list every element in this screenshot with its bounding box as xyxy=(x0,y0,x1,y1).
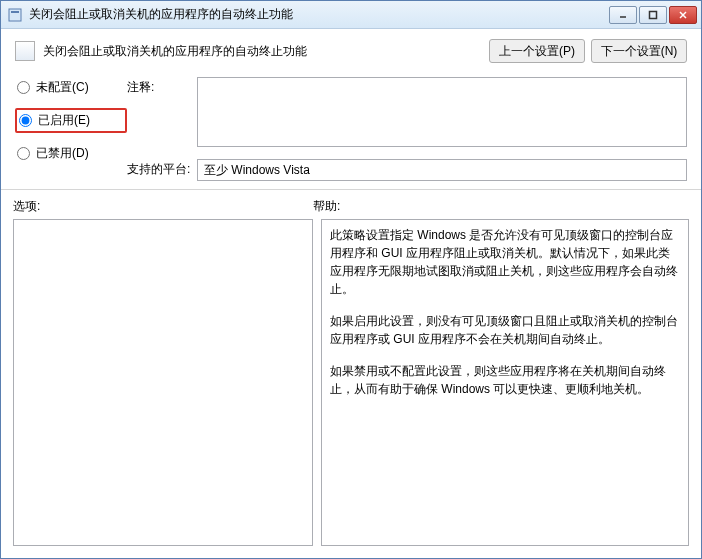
radio-enabled-input[interactable] xyxy=(19,114,32,127)
titlebar: 关闭会阻止或取消关机的应用程序的自动终止功能 xyxy=(1,1,701,29)
lower-section: 选项: 帮助: 此策略设置指定 Windows 是否允许没有可见顶级窗口的控制台… xyxy=(1,190,701,558)
panes: 此策略设置指定 Windows 是否允许没有可见顶级窗口的控制台应用程序和 GU… xyxy=(13,219,689,546)
radio-not-configured-label: 未配置(C) xyxy=(36,79,89,96)
radio-enabled[interactable]: 已启用(E) xyxy=(15,108,127,133)
radio-disabled[interactable]: 已禁用(D) xyxy=(15,143,127,164)
nav-buttons: 上一个设置(P) 下一个设置(N) xyxy=(489,39,687,63)
radio-not-configured[interactable]: 未配置(C) xyxy=(15,77,127,98)
help-paragraph: 此策略设置指定 Windows 是否允许没有可见顶级窗口的控制台应用程序和 GU… xyxy=(330,226,680,298)
svg-rect-0 xyxy=(9,9,21,21)
radio-not-configured-input[interactable] xyxy=(17,81,30,94)
maximize-button[interactable] xyxy=(639,6,667,24)
policy-title: 关闭会阻止或取消关机的应用程序的自动终止功能 xyxy=(43,43,307,60)
header-row: 关闭会阻止或取消关机的应用程序的自动终止功能 上一个设置(P) 下一个设置(N) xyxy=(15,39,687,63)
help-paragraph: 如果禁用或不配置此设置，则这些应用程序将在关机期间自动终止，从而有助于确保 Wi… xyxy=(330,362,680,398)
radio-disabled-label: 已禁用(D) xyxy=(36,145,89,162)
options-label: 选项: xyxy=(13,198,313,215)
comment-label: 注释: xyxy=(127,77,193,96)
policy-editor-window: 关闭会阻止或取消关机的应用程序的自动终止功能 关闭会阻止或取消关机的应用程序的自… xyxy=(0,0,702,559)
fields-column: 注释: 支持的平台: 至少 Windows Vista xyxy=(127,77,687,181)
policy-icon xyxy=(15,41,35,61)
platform-label: 支持的平台: xyxy=(127,159,193,178)
comment-row: 注释: xyxy=(127,77,687,147)
platform-value: 至少 Windows Vista xyxy=(197,159,687,181)
platform-row: 支持的平台: 至少 Windows Vista xyxy=(127,159,687,181)
options-pane[interactable] xyxy=(13,219,313,546)
close-button[interactable] xyxy=(669,6,697,24)
help-label: 帮助: xyxy=(313,198,340,215)
radio-disabled-input[interactable] xyxy=(17,147,30,160)
pane-labels: 选项: 帮助: xyxy=(13,198,689,215)
previous-setting-button[interactable]: 上一个设置(P) xyxy=(489,39,585,63)
help-pane[interactable]: 此策略设置指定 Windows 是否允许没有可见顶级窗口的控制台应用程序和 GU… xyxy=(321,219,689,546)
svg-rect-3 xyxy=(650,11,657,18)
upper-section: 关闭会阻止或取消关机的应用程序的自动终止功能 上一个设置(P) 下一个设置(N)… xyxy=(1,29,701,190)
next-setting-button[interactable]: 下一个设置(N) xyxy=(591,39,687,63)
upper-body: 未配置(C) 已启用(E) 已禁用(D) 注释: xyxy=(15,77,687,181)
window-controls xyxy=(609,6,697,24)
minimize-button[interactable] xyxy=(609,6,637,24)
radio-enabled-label: 已启用(E) xyxy=(38,112,90,129)
app-icon xyxy=(7,7,23,23)
comment-textarea[interactable] xyxy=(197,77,687,147)
window-title: 关闭会阻止或取消关机的应用程序的自动终止功能 xyxy=(29,6,609,23)
svg-rect-1 xyxy=(11,11,19,13)
state-radio-group: 未配置(C) 已启用(E) 已禁用(D) xyxy=(15,77,127,181)
content-area: 关闭会阻止或取消关机的应用程序的自动终止功能 上一个设置(P) 下一个设置(N)… xyxy=(1,29,701,558)
help-paragraph: 如果启用此设置，则没有可见顶级窗口且阻止或取消关机的控制台应用程序或 GUI 应… xyxy=(330,312,680,348)
